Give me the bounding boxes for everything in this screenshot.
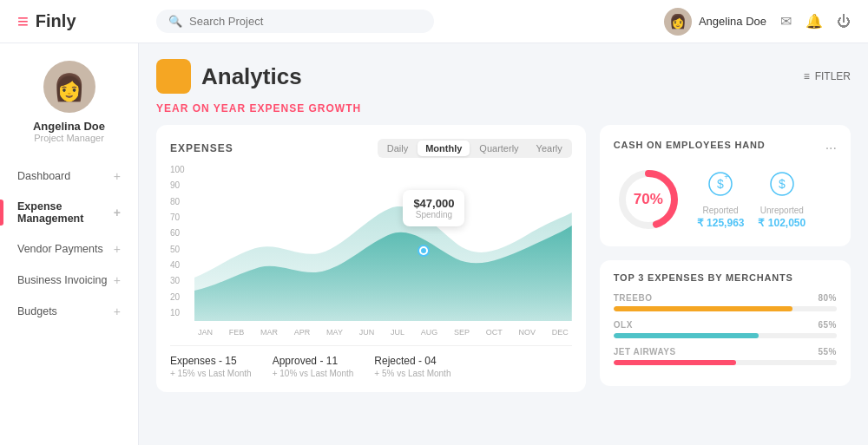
footer-stat-approved: Approved - 11 + 10% vs Last Month (273, 355, 354, 378)
search-input[interactable] (189, 15, 422, 28)
footer-stat-main-1: Approved - 11 (273, 355, 354, 367)
page-title: Analytics (201, 63, 302, 90)
tooltip-amount: $47,000 (413, 197, 454, 210)
merchant-row-2: JET AIRWAYS 55% (614, 347, 837, 365)
sidebar-label-expense: Expense Management (17, 200, 114, 225)
merchant-bar-fill-1 (614, 333, 759, 338)
reported-value: ₹ 125,963 (697, 217, 745, 229)
sidebar-avatar: 👩 (43, 61, 95, 113)
card-footer: Expenses - 15 + 15% vs Last Month Approv… (170, 345, 572, 378)
content-area: Analytics ≡ FITLER YEAR ON YEAR EXPENSE … (139, 43, 868, 445)
chart-wrap: 100 90 80 70 60 50 40 30 20 10 (170, 165, 572, 321)
sidebar: 👩 Angelina Doe Project Manager Dashboard… (0, 43, 139, 445)
merchant-bar-bg-0 (614, 306, 837, 311)
analytics-icon-block (156, 59, 191, 94)
footer-stat-sub-0: + 15% vs Last Month (170, 369, 252, 378)
sidebar-userrole: Project Manager (34, 133, 104, 143)
y-axis-labels: 100 90 80 70 60 50 40 30 20 10 (170, 165, 185, 321)
tab-monthly[interactable]: Monthly (418, 141, 470, 156)
section-subtitle: YEAR ON YEAR EXPENSE GROWTH (156, 102, 851, 115)
chart-tooltip: $47,000 Spending (403, 190, 464, 226)
footer-stat-rejected: Rejected - 04 + 5% vs Last Month (374, 355, 450, 378)
tooltip-label: Spending (413, 210, 454, 219)
footer-stat-sub-2: + 5% vs Last Month (374, 369, 450, 378)
reported-label: Reported (697, 206, 745, 215)
sidebar-label-dashboard: Dashboard (17, 170, 70, 182)
navbar-right: 👩 Angelina Doe ✉ 🔔 ⏻ (664, 8, 851, 36)
search-icon: 🔍 (168, 15, 182, 28)
merchants-title: TOP 3 EXPENSES BY MERCHANTS (614, 272, 837, 283)
footer-stat-sub-1: + 10% vs Last Month (273, 369, 354, 378)
merchant-name-0: TREEBO (614, 293, 653, 303)
signout-icon[interactable]: ⏻ (837, 14, 851, 29)
merchant-name-1: OLX (614, 320, 633, 330)
svg-text:+: + (724, 173, 728, 181)
sidebar-label-budgets: Budgets (17, 305, 57, 317)
svg-text:$: $ (779, 177, 786, 191)
cash-stat-reported: $ + Reported ₹ 125,963 (697, 171, 745, 229)
x-axis: JAN FEB MAR APR MAY JUN JUL AUG SEP OCT … (170, 328, 572, 337)
merchant-bar-fill-2 (614, 360, 736, 365)
navbar-avatar: 👩 (664, 8, 692, 36)
tab-group: Daily Monthly Quarterly Yearly (378, 139, 572, 158)
sidebar-label-vendor: Vendor Payments (17, 243, 103, 255)
sidebar-item-expense-management[interactable]: Expense Management + (9, 192, 129, 233)
sidebar-nav: Dashboard + Expense Management + Vendor … (0, 160, 138, 327)
cash-stat-unreported: $ Unreported ₹ 102,050 (758, 171, 806, 229)
expenses-card-header: EXPENSES Daily Monthly Quarterly Yearly (170, 139, 572, 158)
merchants-card: TOP 3 EXPENSES BY MERCHANTS TREEBO 80% O… (600, 260, 851, 386)
unreported-icon: $ (758, 171, 806, 202)
bell-icon[interactable]: 🔔 (806, 13, 823, 29)
plus-icon-3: + (114, 242, 121, 256)
donut-percentage: 70% (634, 191, 663, 208)
merchant-name-2: JET AIRWAYS (614, 347, 676, 357)
reported-icon: $ + (697, 171, 745, 202)
tab-quarterly[interactable]: Quarterly (471, 141, 526, 156)
filter-icon: ≡ (804, 70, 810, 82)
merchant-bar-fill-0 (614, 306, 792, 311)
plus-icon: + (114, 169, 121, 183)
cash-card-header: CASH ON EMPLOYEES HAND ... (614, 137, 837, 153)
page-header: Analytics ≡ FITLER (156, 59, 851, 94)
charts-row: EXPENSES Daily Monthly Quarterly Yearly … (156, 125, 851, 392)
footer-stat-expenses: Expenses - 15 + 15% vs Last Month (170, 355, 252, 378)
svg-text:$: $ (717, 177, 724, 191)
more-icon[interactable]: ... (825, 137, 837, 153)
donut-chart: 70% (614, 165, 683, 234)
expenses-card: EXPENSES Daily Monthly Quarterly Yearly … (156, 125, 586, 392)
sidebar-label-invoicing: Business Invoicing (17, 274, 108, 286)
tab-daily[interactable]: Daily (379, 141, 416, 156)
sidebar-item-dashboard[interactable]: Dashboard + (9, 160, 129, 192)
search-bar[interactable]: 🔍 (156, 10, 434, 33)
logo-text: Finly (36, 11, 76, 31)
envelope-icon[interactable]: ✉ (780, 13, 792, 29)
merchant-bar-bg-1 (614, 333, 837, 338)
user-profile[interactable]: 👩 Angelina Doe (664, 8, 766, 36)
sidebar-item-business-invoicing[interactable]: Business Invoicing + (9, 265, 129, 296)
sidebar-username: Angelina Doe (33, 120, 105, 133)
navbar: ≡ Finly 🔍 👩 Angelina Doe ✉ 🔔 ⏻ (0, 0, 868, 43)
chart-dot (419, 246, 428, 255)
merchant-row-1: OLX 65% (614, 320, 837, 338)
navbar-username: Angelina Doe (699, 15, 766, 28)
footer-stat-main-0: Expenses - 15 (170, 355, 252, 367)
plus-icon-4: + (114, 273, 121, 287)
tab-yearly[interactable]: Yearly (529, 141, 570, 156)
cash-card-body: 70% $ + (614, 165, 837, 234)
unreported-label: Unreported (758, 206, 806, 215)
merchant-pct-2: 55% (818, 347, 837, 357)
merchant-bar-bg-2 (614, 360, 837, 365)
merchant-pct-1: 65% (818, 320, 837, 330)
merchant-pct-0: 80% (818, 293, 837, 303)
page-header-left: Analytics (156, 59, 302, 94)
plus-icon-2: + (114, 206, 121, 219)
plus-icon-5: + (114, 304, 121, 318)
filter-label: FITLER (815, 70, 851, 82)
filter-button[interactable]: ≡ FITLER (804, 70, 851, 82)
sidebar-item-vendor-payments[interactable]: Vendor Payments + (9, 233, 129, 265)
footer-stat-main-2: Rejected - 04 (374, 355, 450, 367)
right-col: CASH ON EMPLOYEES HAND ... 70% (600, 125, 851, 392)
expenses-card-title: EXPENSES (170, 142, 233, 154)
cash-card: CASH ON EMPLOYEES HAND ... 70% (600, 125, 851, 246)
sidebar-item-budgets[interactable]: Budgets + (9, 296, 129, 327)
